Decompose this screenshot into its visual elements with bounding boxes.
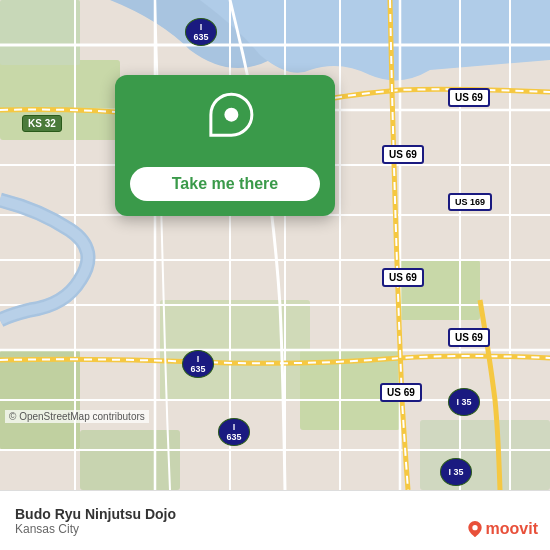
highway-badge-us69-mid2: US 69 [382,268,424,287]
location-info: Budo Ryu Ninjutsu Dojo Kansas City [15,506,535,536]
svg-point-26 [472,525,477,530]
location-pin-icon [209,93,253,137]
svg-rect-2 [0,0,80,65]
highway-badge-us69-bot: US 69 [380,383,422,402]
moovit-label: moovit [486,520,538,538]
highway-badge-i35: I 35 [448,388,480,416]
highway-badge-us69-top: US 69 [448,88,490,107]
highway-badge-i35-bot: I 35 [440,458,472,486]
highway-badge-i635-top: I 635 [185,18,217,46]
moovit-logo: moovit [467,520,538,538]
moovit-pin-icon [467,521,483,537]
take-me-there-button[interactable]: Take me there [130,167,320,201]
svg-rect-8 [80,430,180,490]
bottom-bar: Budo Ryu Ninjutsu Dojo Kansas City moovi… [0,490,550,550]
map-copyright: © OpenStreetMap contributors [5,410,149,423]
highway-badge-ks32: KS 32 [22,115,62,132]
location-name: Budo Ryu Ninjutsu Dojo [15,506,535,522]
pin-wrapper [195,84,263,152]
location-card: Take me there [115,75,335,216]
highway-badge-us69-mid1: US 69 [382,145,424,164]
location-city: Kansas City [15,522,535,536]
highway-badge-i635-bot: I 635 [182,350,214,378]
highway-badge-us69-mid3: US 69 [448,328,490,347]
svg-rect-6 [420,420,550,490]
map-container: I 635 KS 32 US 69 US 69 US 169 US 69 US … [0,0,550,490]
highway-badge-us169: US 169 [448,193,492,211]
highway-badge-i635-bot2: I 635 [218,418,250,446]
